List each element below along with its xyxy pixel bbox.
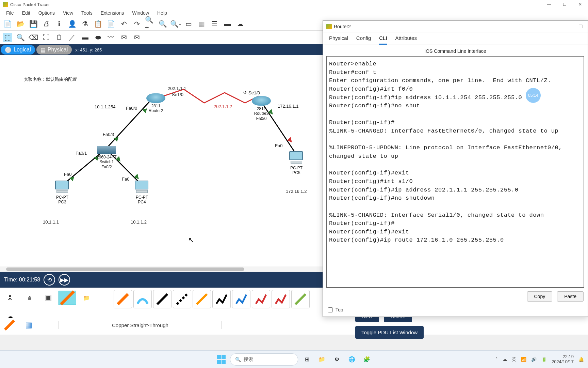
new-file-icon[interactable]: 📄 bbox=[3, 19, 12, 29]
menu-options[interactable]: Options bbox=[34, 10, 59, 16]
flask-icon[interactable]: ⚗ bbox=[80, 19, 90, 29]
toggle-pdu-list-button[interactable]: Toggle PDU List Window bbox=[355, 326, 424, 339]
zoom-out-icon[interactable]: 🔍- bbox=[171, 19, 180, 29]
cat-network-devices[interactable]: 🖧 bbox=[1, 291, 19, 305]
fast-forward-button[interactable]: ▶▶ bbox=[59, 274, 70, 286]
tray-wifi-icon[interactable]: 📶 bbox=[521, 357, 526, 362]
tray-volume-icon[interactable]: 🔊 bbox=[531, 357, 537, 362]
physical-view-button[interactable]: ▤ Physical bbox=[36, 45, 72, 55]
taskbar-search[interactable]: 🔍 搜索 bbox=[230, 353, 298, 366]
tab-cli[interactable]: CLI bbox=[379, 35, 387, 45]
start-button[interactable] bbox=[215, 353, 227, 366]
cat-end-devices[interactable]: 🖥 bbox=[20, 291, 38, 305]
device-icon[interactable]: ▬ bbox=[223, 19, 232, 29]
device-pc5[interactable]: PC-PTPC5 bbox=[289, 151, 304, 175]
simple-pdu-icon[interactable]: ✉ bbox=[119, 33, 129, 42]
menu-view[interactable]: View bbox=[59, 10, 77, 16]
maximize-button[interactable]: ☐ bbox=[557, 0, 572, 9]
device-router3[interactable]: 2811Router3Fa0/0 bbox=[252, 96, 271, 121]
tray-clock[interactable]: 22:19 2024/10/17 bbox=[552, 354, 574, 365]
rectangle-icon[interactable]: ▭ bbox=[184, 19, 193, 29]
info-icon[interactable]: ℹ bbox=[54, 19, 64, 29]
zoom-in-icon[interactable]: 🔍+ bbox=[145, 19, 154, 29]
conn-serial-dce[interactable] bbox=[252, 290, 270, 308]
tray-notifications-icon[interactable]: 🔔 bbox=[578, 357, 584, 362]
conn-fiber[interactable] bbox=[193, 290, 211, 308]
conn-copper-cross[interactable] bbox=[173, 290, 191, 308]
tab-attributes[interactable]: Attributes bbox=[395, 35, 417, 45]
grid-icon[interactable]: ▦ bbox=[20, 318, 37, 333]
r3-name: Router3 bbox=[254, 111, 269, 116]
rect-tool-icon[interactable]: ▬ bbox=[80, 33, 90, 42]
device-pc3[interactable]: PC-PTPC3 bbox=[55, 181, 69, 205]
cloud-icon[interactable]: ☁ bbox=[235, 19, 245, 29]
resize-tool-icon[interactable]: ⛶ bbox=[42, 33, 51, 42]
cli-minimize-button[interactable]: — bbox=[559, 21, 573, 32]
pc5-ip: 172.16.1.2 bbox=[286, 189, 307, 194]
cli-paste-button[interactable]: Paste bbox=[557, 291, 584, 302]
conn-console[interactable] bbox=[133, 290, 152, 308]
cat-components[interactable]: 🔳 bbox=[39, 291, 57, 305]
freeform-tool-icon[interactable]: 〰 bbox=[106, 33, 116, 42]
menu-edit[interactable]: Edit bbox=[18, 10, 34, 16]
ellipse-tool-icon[interactable]: ⬬ bbox=[93, 33, 103, 42]
logical-view-button[interactable]: ⚪ Logical bbox=[1, 45, 35, 55]
user-icon[interactable]: 👤 bbox=[67, 19, 77, 29]
cli-titlebar[interactable]: Router2 — ☐ bbox=[323, 21, 588, 32]
cat-connections[interactable] bbox=[59, 291, 76, 305]
device-switch1[interactable]: 2960-24TTSwitch1Fa0/2 bbox=[97, 146, 117, 169]
reset-time-button[interactable]: ⟲ bbox=[44, 274, 55, 286]
redo-icon[interactable]: ↷ bbox=[132, 19, 142, 29]
minimize-button[interactable]: — bbox=[541, 0, 557, 9]
cli-output[interactable]: Router>enable Router#conf t Enter config… bbox=[326, 56, 584, 288]
explorer-icon[interactable]: 📁 bbox=[316, 353, 328, 366]
tray-battery-icon[interactable]: 🔋 bbox=[541, 357, 547, 362]
device-pc4[interactable]: PC-PTPC4 bbox=[135, 181, 149, 205]
cat-misc[interactable]: 📁 bbox=[78, 291, 95, 305]
cli-copy-button[interactable]: Copy bbox=[527, 291, 553, 302]
zoom-reset-icon[interactable]: 🔍 bbox=[158, 19, 167, 29]
tray-chevron-icon[interactable]: ˄ bbox=[495, 357, 498, 362]
settings-icon[interactable]: ⚙ bbox=[331, 353, 343, 366]
conn-serial-dte[interactable] bbox=[272, 290, 290, 308]
conn-phone[interactable] bbox=[212, 290, 231, 308]
menu-extensions[interactable]: Extensions bbox=[97, 10, 128, 16]
pc4-type: PC-PT bbox=[136, 195, 148, 200]
r2-model: 2811 bbox=[151, 104, 161, 108]
conn-octal[interactable] bbox=[291, 290, 310, 308]
open-file-icon[interactable]: 📂 bbox=[16, 19, 25, 29]
edge-icon[interactable]: 🌐 bbox=[346, 353, 358, 366]
cli-window[interactable]: Router2 — ☐ Physical Config CLI Attribut… bbox=[323, 20, 588, 317]
cli-top-checkbox[interactable] bbox=[328, 307, 333, 312]
select-tool-icon[interactable]: ⬚ bbox=[3, 33, 12, 42]
task-view-icon[interactable]: ⊞ bbox=[301, 353, 313, 366]
cli-maximize-button[interactable]: ☐ bbox=[573, 21, 588, 32]
print-icon[interactable]: 🖨 bbox=[42, 19, 51, 29]
paste-icon[interactable]: 📄 bbox=[106, 19, 116, 29]
panel-icon[interactable]: ▦ bbox=[197, 19, 206, 29]
close-button[interactable]: ✕ bbox=[572, 0, 588, 9]
conn-copper-straight[interactable] bbox=[153, 290, 172, 308]
conn-coax[interactable] bbox=[232, 290, 250, 308]
list-icon[interactable]: ☰ bbox=[210, 19, 219, 29]
save-icon[interactable]: 💾 bbox=[29, 19, 38, 29]
note-tool-icon[interactable]: 🗒 bbox=[54, 33, 64, 42]
tray-ime-label[interactable]: 英 bbox=[512, 356, 516, 363]
complex-pdu-icon[interactable]: ✉ bbox=[132, 33, 142, 42]
pt-task-icon[interactable]: 🧩 bbox=[361, 353, 373, 366]
conn-auto[interactable] bbox=[114, 290, 132, 308]
menu-help[interactable]: Help bbox=[153, 10, 171, 16]
magnify-tool-icon[interactable]: 🔍 bbox=[16, 33, 25, 42]
undo-icon[interactable]: ↶ bbox=[119, 19, 129, 29]
tab-physical[interactable]: Physical bbox=[329, 35, 348, 45]
menu-tools[interactable]: Tools bbox=[77, 10, 97, 16]
tab-config[interactable]: Config bbox=[356, 35, 371, 45]
device-router2[interactable]: 2811Router2 bbox=[146, 93, 165, 113]
menu-file[interactable]: File bbox=[2, 10, 18, 16]
conn-auto-sub[interactable] bbox=[1, 318, 18, 333]
copy-icon[interactable]: 📋 bbox=[93, 19, 103, 29]
tray-onedrive-icon[interactable]: ☁ bbox=[503, 357, 507, 362]
delete-tool-icon[interactable]: ⌫ bbox=[29, 33, 38, 42]
line-tool-icon[interactable]: ／ bbox=[67, 33, 77, 42]
menu-window[interactable]: Window bbox=[128, 10, 153, 16]
